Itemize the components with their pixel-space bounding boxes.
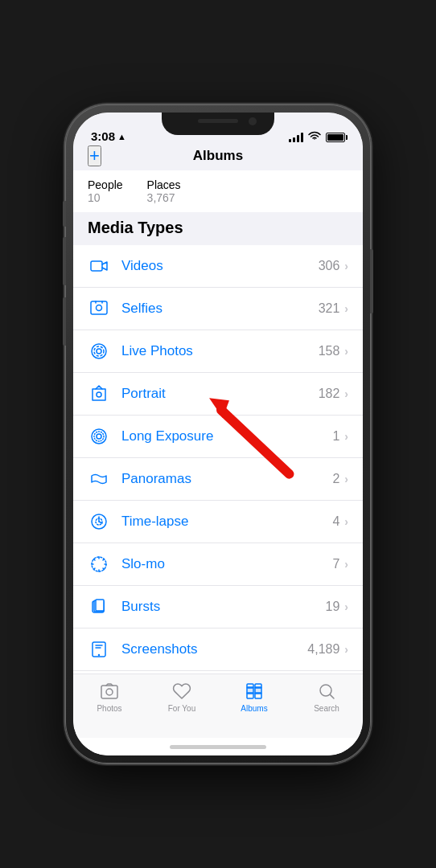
portrait-icon — [88, 383, 110, 405]
tab-photos[interactable]: Photos — [73, 681, 146, 713]
longexposure-icon — [88, 425, 110, 448]
tab-icon-albums — [244, 681, 265, 702]
chevron-right-icon: › — [344, 260, 348, 272]
svg-line-22 — [94, 568, 95, 569]
svg-point-34 — [106, 689, 113, 695]
tab-icon-search — [316, 681, 337, 702]
media-item-long-exposure[interactable]: Long Exposure 1 › — [73, 416, 363, 458]
timelapse-icon — [88, 510, 110, 533]
media-count: 182 — [319, 387, 340, 401]
media-count: 321 — [319, 301, 340, 316]
svg-point-5 — [94, 346, 104, 356]
svg-rect-37 — [247, 684, 253, 688]
media-count: 2 — [332, 472, 339, 486]
camera — [249, 117, 257, 125]
media-count: 158 — [319, 344, 340, 358]
places-item[interactable]: Places 3,767 — [147, 178, 181, 204]
media-item-selfies[interactable]: Selfies 321 › — [73, 288, 363, 330]
svg-point-6 — [97, 392, 101, 397]
svg-rect-33 — [101, 686, 117, 698]
media-item-slo-mo[interactable]: Slo-mo 7 › — [73, 543, 363, 586]
tab-albums[interactable]: Albums — [218, 681, 290, 713]
chevron-right-icon: › — [344, 473, 348, 485]
media-item-panoramas[interactable]: Panoramas 2 › — [73, 458, 363, 501]
tab-for-you[interactable]: For You — [146, 681, 218, 713]
tab-label: Albums — [241, 704, 267, 713]
svg-rect-38 — [255, 684, 261, 688]
location-icon: ▲ — [117, 132, 126, 141]
svg-line-19 — [94, 559, 95, 560]
people-label: People — [88, 178, 123, 191]
media-name: Panoramas — [121, 471, 332, 487]
page-title: Albums — [193, 148, 243, 164]
svg-line-21 — [103, 559, 104, 560]
time-display: 3:08 — [91, 129, 115, 143]
chevron-right-icon: › — [344, 345, 348, 358]
svg-rect-0 — [91, 261, 102, 271]
tab-label: Search — [314, 704, 339, 713]
screenshots-icon — [88, 638, 110, 661]
chevron-right-icon: › — [344, 430, 348, 443]
media-list: Videos 306 › Selfies 321 › Live Photos 1… — [73, 245, 363, 674]
selfie-icon — [88, 297, 110, 320]
people-count: 10 — [88, 191, 123, 204]
people-places-section: People 10 Places 3,767 — [73, 170, 363, 212]
slomo-icon — [88, 553, 110, 575]
media-item-portrait[interactable]: Portrait 182 › — [73, 373, 363, 416]
media-name: Videos — [121, 258, 319, 274]
svg-rect-25 — [96, 600, 104, 611]
mute-button — [63, 201, 66, 227]
signal-icon — [289, 133, 303, 142]
nav-header: + Albums — [73, 148, 363, 170]
phone-frame: 3:08 ▲ — [65, 104, 371, 764]
media-name: Live Photos — [121, 343, 319, 359]
media-name: Slo-mo — [121, 556, 332, 572]
media-item-bursts[interactable]: Bursts 19 › — [73, 586, 363, 628]
chevron-right-icon: › — [344, 302, 348, 315]
chevron-right-icon: › — [344, 558, 348, 571]
places-label: Places — [147, 178, 181, 191]
chevron-right-icon: › — [344, 643, 348, 656]
chevron-right-icon: › — [344, 600, 348, 613]
media-count: 19 — [326, 600, 340, 614]
tab-bar: Photos For You Albums Search — [73, 674, 363, 738]
section-title: Media Types — [73, 212, 363, 245]
volume-down-button — [63, 297, 66, 346]
screen-content: 3:08 ▲ — [73, 113, 363, 755]
media-item-videos[interactable]: Videos 306 › — [73, 245, 363, 288]
phone-screen: 3:08 ▲ — [73, 113, 363, 755]
svg-line-20 — [103, 568, 104, 569]
media-item-live-photos[interactable]: Live Photos 158 › — [73, 330, 363, 373]
media-name: Screenshots — [121, 641, 307, 657]
tab-search[interactable]: Search — [290, 681, 363, 713]
media-name: Selfies — [121, 301, 319, 317]
add-album-button[interactable]: + — [88, 145, 101, 166]
power-button — [370, 249, 373, 313]
panorama-icon — [88, 468, 110, 490]
media-name: Portrait — [121, 386, 319, 402]
media-name: Time-lapse — [121, 514, 332, 530]
people-item[interactable]: People 10 — [88, 178, 123, 204]
notch — [162, 113, 274, 135]
media-item-time-lapse[interactable]: Time-lapse 4 › — [73, 501, 363, 543]
media-count: 7 — [332, 557, 339, 571]
battery-icon — [326, 133, 345, 142]
media-count: 306 — [319, 259, 340, 273]
svg-point-4 — [97, 349, 101, 354]
media-item-screenshots[interactable]: Screenshots 4,189 › — [73, 628, 363, 671]
video-icon — [88, 255, 110, 277]
media-item-screen-recordings[interactable]: Screen Recordings 5 › — [73, 671, 363, 674]
status-time: 3:08 ▲ — [91, 129, 126, 143]
tab-label: For You — [168, 704, 195, 713]
wifi-icon — [308, 131, 321, 143]
svg-point-9 — [94, 432, 104, 441]
chevron-right-icon: › — [344, 387, 348, 400]
live-icon — [88, 340, 110, 362]
tab-icon-for-you — [171, 681, 192, 702]
speaker — [198, 119, 238, 123]
home-bar — [170, 745, 266, 749]
media-name: Long Exposure — [121, 428, 332, 444]
media-name: Bursts — [121, 599, 326, 615]
media-count: 4,189 — [307, 642, 339, 657]
svg-point-41 — [320, 685, 331, 696]
